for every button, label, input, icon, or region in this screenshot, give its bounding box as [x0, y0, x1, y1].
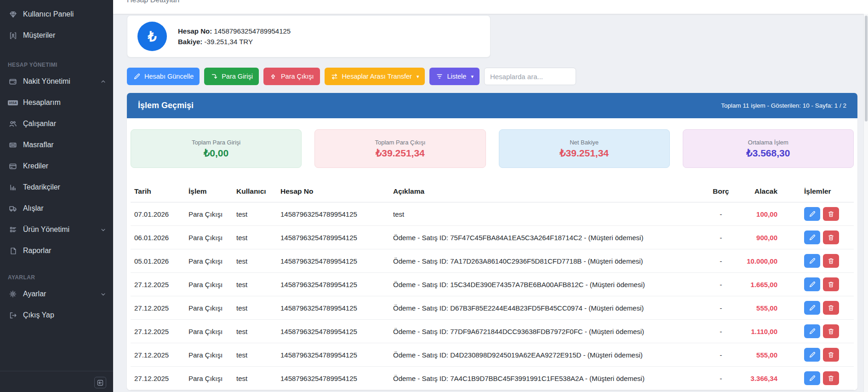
sidebar-item-label: Çalışanlar — [23, 120, 56, 128]
cell-hesap_no: 14587963254789954125 — [277, 367, 389, 390]
search-input[interactable] — [484, 68, 576, 85]
scrollbar-thumb[interactable] — [865, 16, 868, 121]
hesaplar-arasi-transfer-button[interactable]: Hesaplar Arası Transfer▾ — [325, 68, 425, 85]
summary-card-value: ₺39.251,34 — [560, 148, 609, 159]
sidebar-item-masraflar[interactable]: Masraflar — [0, 134, 113, 156]
cell-islem: Para Çıkışı — [185, 226, 233, 249]
hesabi-guncelle-button[interactable]: Hesabı Güncelle — [127, 68, 200, 85]
sidebar-item-label: Raporlar — [23, 247, 51, 255]
sidebar-item-musteriler[interactable]: Müşteriler — [0, 25, 113, 46]
chevron-up-icon — [101, 79, 106, 84]
truck-icon — [8, 204, 18, 213]
table-body: 07.01.2026Para Çıkışıtest145879632547899… — [131, 202, 854, 390]
summary-card-label: Toplam Para Çıkışı — [375, 139, 425, 146]
sidebar-item-krediler[interactable]: Krediler — [0, 156, 113, 177]
edit-transaction-button[interactable] — [804, 207, 820, 221]
column-header-islemler: İşlemler — [781, 182, 854, 202]
delete-transaction-button[interactable] — [823, 207, 839, 221]
cell-islem: Para Çıkışı — [185, 249, 233, 273]
cell-hesap_no: 14587963254789954125 — [277, 296, 389, 320]
main-area: Hesap Detayları ₺ Hesap No: 145879632547… — [113, 0, 868, 392]
transaction-history-panel: İşlem Geçmişi Toplam 11 işlem - Gösteril… — [127, 93, 857, 390]
cell-islemler — [781, 202, 854, 226]
scrollbar-track[interactable] — [863, 14, 868, 392]
pencil-icon — [133, 72, 141, 81]
cell-islemler — [781, 343, 854, 367]
cell-hesap_no: 14587963254789954125 — [277, 249, 389, 273]
table-row: 27.12.2025Para Çıkışıtest145879632547899… — [131, 343, 854, 367]
cell-kullanici: test — [233, 273, 277, 296]
edit-transaction-button[interactable] — [804, 348, 820, 362]
sidebar-item-tedarikciler[interactable]: Tedarikçiler — [0, 177, 113, 198]
sidebar-collapse-button[interactable] — [94, 377, 106, 388]
sidebar-item-nakit-yonetimi[interactable]: Nakit Yönetimi — [0, 71, 113, 92]
cell-tarih: 27.12.2025 — [131, 273, 185, 296]
delete-transaction-button[interactable] — [823, 348, 839, 362]
table-row: 27.12.2025Para Çıkışıtest145879632547899… — [131, 367, 854, 390]
sidebar-item-label: Tedarikçiler — [23, 183, 60, 191]
sidebar: Kullanıcı PaneliMüşterilerHESAP YÖNETIMI… — [0, 0, 113, 392]
sidebar-footer — [0, 371, 113, 392]
cell-islemler — [781, 273, 854, 296]
topbar: Hesap Detayları — [113, 0, 868, 14]
para-girisi-button[interactable]: Para Girişi — [204, 68, 259, 85]
cell-aciklama: Ödeme - Satış ID: 7A4C1B9D7BBC45F3991991… — [389, 367, 707, 390]
cell-borc: - — [707, 226, 735, 249]
cell-alacak: 1.665,00 — [735, 273, 781, 296]
para-cikisi-button[interactable]: Para Çıkışı — [263, 68, 320, 85]
edit-transaction-button[interactable] — [804, 254, 820, 268]
sidebar-item-cikis-yap[interactable]: Çıkış Yap — [0, 305, 113, 326]
sidebar-item-calisanlar[interactable]: Çalışanlar — [0, 113, 113, 134]
list-detail-icon — [8, 225, 18, 234]
delete-transaction-button[interactable] — [823, 254, 839, 268]
cell-kullanici: test — [233, 226, 277, 249]
action-buttons: Hesabı GüncellePara GirişiPara ÇıkışıHes… — [127, 68, 480, 85]
row-actions — [785, 371, 850, 385]
cell-borc: - — [707, 367, 735, 390]
cell-tarih: 27.12.2025 — [131, 296, 185, 320]
sidebar-item-kullanici-paneli[interactable]: Kullanıcı Paneli — [0, 4, 113, 25]
transfer-icon — [331, 72, 338, 81]
account-balance-value: -39.251,34 TRY — [205, 38, 253, 46]
summary-card-value: ₺39.251,34 — [376, 148, 425, 159]
account-no-label: Hesap No: — [178, 27, 212, 35]
sidebar-item-ayarlar[interactable]: Ayarlar — [0, 283, 113, 305]
wallet-icon — [8, 77, 18, 86]
bar-chart-icon — [8, 183, 18, 192]
delete-transaction-button[interactable] — [823, 231, 839, 244]
sidebar-item-hesaplarim[interactable]: VISAHesaplarım — [0, 92, 113, 113]
sidebar-item-urun-yonetimi[interactable]: Ürün Yönetimi — [0, 219, 113, 240]
sidebar-item-label: Ürün Yönetimi — [23, 225, 69, 234]
delete-transaction-button[interactable] — [823, 371, 839, 385]
cell-tarih: 07.01.2026 — [131, 202, 185, 226]
cell-islem: Para Çıkışı — [185, 296, 233, 320]
listele-button[interactable]: Listele▾ — [429, 68, 479, 85]
actions-row: Hesabı GüncellePara GirişiPara ÇıkışıHes… — [127, 68, 857, 85]
account-summary-card: ₺ Hesap No: 14587963254789954125 Bakiye:… — [127, 15, 491, 58]
sidebar-item-alislar[interactable]: Alışlar — [0, 198, 113, 219]
edit-transaction-button[interactable] — [804, 324, 820, 338]
table-header-row: TarihİşlemKullanıcıHesap NoAçıklamaBorçA… — [131, 182, 854, 202]
account-info: Hesap No: 14587963254789954125 Bakiye: -… — [178, 24, 291, 48]
column-header-aciklama: Açıklama — [389, 182, 707, 202]
edit-transaction-button[interactable] — [804, 371, 820, 385]
cell-islem: Para Çıkışı — [185, 320, 233, 343]
gem-icon — [8, 10, 18, 19]
delete-transaction-button[interactable] — [823, 277, 839, 291]
delete-transaction-button[interactable] — [823, 324, 839, 338]
edit-transaction-button[interactable] — [804, 231, 820, 244]
cell-aciklama: test — [389, 202, 707, 226]
edit-transaction-button[interactable] — [804, 301, 820, 315]
button-label: Hesabı Güncelle — [144, 73, 194, 80]
cell-borc: - — [707, 249, 735, 273]
row-actions — [785, 207, 850, 221]
cell-alacak: 900,00 — [735, 226, 781, 249]
sidebar-item-raporlar[interactable]: Raporlar — [0, 240, 113, 261]
table-row: 27.12.2025Para Çıkışıtest145879632547899… — [131, 296, 854, 320]
sidebar-item-label: Nakit Yönetimi — [23, 77, 70, 86]
edit-transaction-button[interactable] — [804, 277, 820, 291]
summary-card-net-bakiye: Net Bakiye₺39.251,34 — [499, 129, 670, 168]
cell-tarih: 27.12.2025 — [131, 343, 185, 367]
cell-alacak: 3.366,34 — [735, 367, 781, 390]
delete-transaction-button[interactable] — [823, 301, 839, 315]
